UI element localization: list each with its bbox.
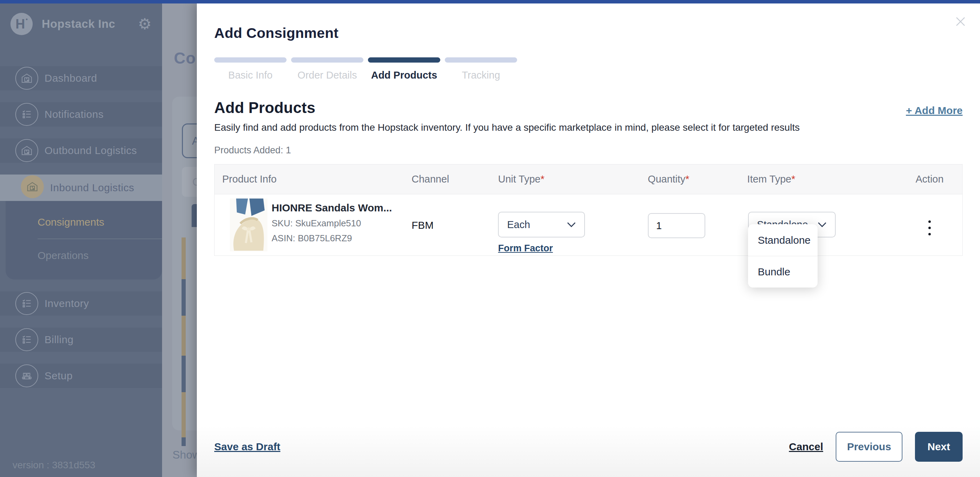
- step-tracking[interactable]: Tracking: [445, 57, 517, 81]
- unit-type-cell: Each Form Factor: [498, 194, 648, 256]
- modal-footer: Save as Draft Cancel Previous Next: [214, 432, 963, 462]
- sidebar-item-inbound-logistics[interactable]: Inbound Logistics: [0, 175, 162, 201]
- col-unit-type: Unit Type*: [498, 173, 648, 185]
- cancel-link[interactable]: Cancel: [789, 441, 823, 453]
- step-bar: [445, 57, 517, 63]
- chevron-down-icon: [818, 222, 827, 227]
- hopstack-logo: H•: [10, 13, 33, 35]
- sidebar-item-operations[interactable]: Operations: [38, 240, 162, 270]
- sidebar-item-label: Outbound Logistics: [45, 145, 137, 156]
- checklist-icon: [15, 103, 38, 126]
- save-as-draft-link[interactable]: Save as Draft: [214, 441, 280, 453]
- unit-type-select[interactable]: Each: [498, 212, 585, 237]
- step-bar: [214, 57, 286, 63]
- step-add-products[interactable]: Add Products: [368, 57, 440, 81]
- col-product-info: Product Info: [215, 173, 411, 185]
- next-button[interactable]: Next: [915, 432, 963, 462]
- browser-accent-bar: [0, 0, 980, 3]
- background-pagination-text: Show: [172, 448, 200, 461]
- modal-title: Add Consignment: [214, 25, 963, 41]
- table-header-row: Product Info Channel Unit Type* Quantity…: [215, 164, 962, 194]
- previous-button[interactable]: Previous: [836, 432, 902, 462]
- close-icon[interactable]: [954, 14, 967, 29]
- products-added-count: Products Added: 1: [214, 145, 963, 156]
- col-quantity: Quantity*: [648, 173, 747, 185]
- product-image: [230, 199, 267, 251]
- warehouse-icon: [15, 67, 38, 90]
- version-text: version : 3831d553: [13, 460, 95, 471]
- sidebar-item-label: Setup: [45, 370, 73, 382]
- channel-value: FBM: [411, 219, 433, 231]
- conveyor-icon: [15, 364, 38, 387]
- sidebar-item-label: Dashboard: [45, 72, 97, 84]
- product-name: HIONRE Sandals Wom...: [272, 202, 392, 214]
- background-status-bars: [181, 237, 186, 446]
- table-row: HIONRE Sandals Wom... SKU: SkuExample510…: [215, 194, 962, 256]
- col-item-type: Item Type*: [747, 173, 897, 185]
- sidebar-item-label: Inventory: [45, 297, 89, 309]
- step-basic-info[interactable]: Basic Info: [214, 57, 286, 81]
- warehouse-icon: [15, 139, 38, 162]
- add-more-link[interactable]: + Add More: [906, 105, 963, 116]
- gear-icon[interactable]: ⚙: [138, 16, 152, 32]
- sidebar-item-inventory[interactable]: Inventory: [0, 291, 162, 316]
- sidebar-header: H• Hopstack Inc ⚙: [0, 3, 162, 45]
- step-bar: [368, 57, 440, 63]
- chevron-down-icon: [567, 222, 576, 227]
- warehouse-icon: [21, 175, 44, 198]
- quantity-cell: [648, 194, 747, 256]
- col-channel: Channel: [411, 173, 498, 185]
- sidebar-item-billing[interactable]: Billing: [0, 328, 162, 352]
- sidebar-item-setup[interactable]: Setup: [0, 364, 162, 388]
- sidebar-item-label: Notifications: [45, 108, 103, 120]
- sidebar-item-dashboard[interactable]: Dashboard: [0, 66, 162, 91]
- quantity-input[interactable]: [648, 213, 705, 238]
- sidebar-nav: Dashboard Notifications Outbound Logisti…: [0, 66, 162, 388]
- product-info-cell: HIONRE Sandals Wom... SKU: SkuExample510…: [215, 194, 411, 256]
- sidebar-item-label: Inbound Logistics: [50, 182, 134, 194]
- action-cell: [897, 194, 962, 256]
- checklist-icon: [15, 328, 38, 351]
- col-action: Action: [897, 173, 962, 185]
- sidebar-item-consignments[interactable]: Consignments: [38, 207, 162, 237]
- stepper: Basic Info Order Details Add Products Tr…: [214, 57, 963, 81]
- sidebar-sub-divider: [38, 238, 162, 239]
- dropdown-option-standalone[interactable]: Standalone: [748, 224, 818, 256]
- company-name: Hopstack Inc: [42, 17, 138, 30]
- screen: Con Add Consignment C A Show H• Hopstack…: [0, 0, 980, 477]
- product-asin: ASIN: B0B75L6RZ9: [272, 233, 392, 244]
- channel-cell: FBM: [411, 194, 498, 256]
- product-sku: SKU: SkuExample510: [272, 218, 392, 229]
- form-factor-link[interactable]: Form Factor: [498, 243, 553, 254]
- step-bar: [291, 57, 363, 63]
- step-order-details[interactable]: Order Details: [291, 57, 363, 81]
- sidebar-group-inbound-logistics: Inbound Logistics Consignments Operation…: [6, 175, 162, 280]
- sidebar-item-label: Billing: [45, 334, 74, 346]
- item-type-dropdown: Standalone Bundle: [748, 224, 818, 288]
- sidebar-item-notifications[interactable]: Notifications: [0, 102, 162, 127]
- sidebar: H• Hopstack Inc ⚙ Dashboard Notification…: [0, 3, 162, 477]
- products-table: Product Info Channel Unit Type* Quantity…: [214, 164, 963, 256]
- add-consignment-modal: Add Consignment Basic Info Order Details…: [197, 3, 980, 477]
- sidebar-item-outbound-logistics[interactable]: Outbound Logistics: [0, 138, 162, 163]
- section-description: Easily find and add products from the Ho…: [214, 122, 963, 133]
- section-title: Add Products: [214, 99, 315, 116]
- dropdown-option-bundle[interactable]: Bundle: [748, 256, 818, 288]
- checklist-icon: [15, 292, 38, 315]
- kebab-menu-icon[interactable]: [925, 215, 934, 240]
